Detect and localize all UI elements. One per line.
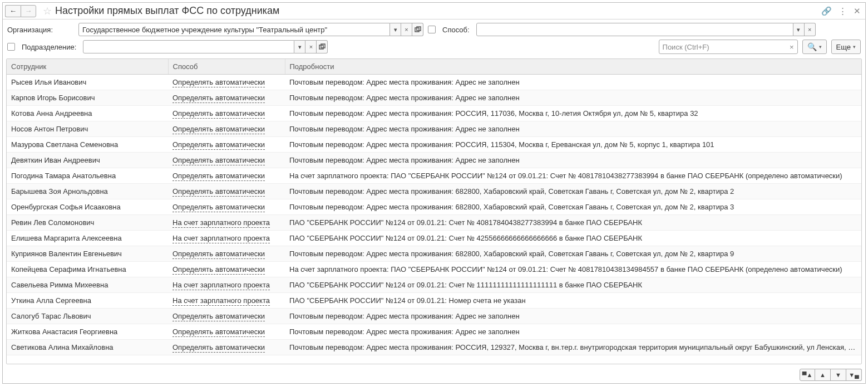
cell-method[interactable]: Определять автоматически xyxy=(168,309,285,324)
cell-method[interactable]: Определять автоматически xyxy=(168,121,285,137)
method-link[interactable]: На счет зарплатного проекта xyxy=(172,234,270,243)
table-row[interactable]: Носов Антон ПетровичОпределять автоматич… xyxy=(7,121,861,137)
go-up-button[interactable]: ▲ xyxy=(815,369,831,381)
dept-input[interactable] xyxy=(83,40,294,53)
cell-employee: Ревин Лев Соломонович xyxy=(7,215,168,231)
cell-method[interactable]: Определять автоматически xyxy=(168,262,285,277)
search-input[interactable]: Поиск (Ctrl+F) × xyxy=(659,40,798,54)
method-clear-button[interactable]: × xyxy=(805,23,816,36)
method-link[interactable]: На счет зарплатного проекта xyxy=(172,281,270,290)
dept-checkbox[interactable] xyxy=(7,43,15,51)
search-clear-icon[interactable]: × xyxy=(790,43,794,51)
more-button[interactable]: Еще ▾ xyxy=(831,40,861,54)
cell-details: Почтовым переводом: Адрес места проживан… xyxy=(285,246,861,262)
cell-method[interactable]: Определять автоматически xyxy=(168,75,285,90)
method-link[interactable]: Определять автоматически xyxy=(172,172,265,181)
go-down-button[interactable]: ▼ xyxy=(831,369,846,381)
cell-employee: Куприянов Валентин Евгеньевич xyxy=(7,246,168,262)
close-icon[interactable]: ✕ xyxy=(854,6,861,16)
go-first-button[interactable]: ▀▲ xyxy=(800,369,815,381)
table-row[interactable]: Рысев Илья ИвановичОпределять автоматиче… xyxy=(7,75,861,90)
kebab-menu-icon[interactable]: ⋮ xyxy=(839,6,847,16)
cell-method[interactable]: Определять автоматически xyxy=(168,199,285,215)
table-row[interactable]: Мазурова Светлана СеменовнаОпределять ав… xyxy=(7,137,861,153)
method-link[interactable]: Определять автоматически xyxy=(172,250,265,259)
cell-method[interactable]: Определять автоматически xyxy=(168,340,285,355)
dept-open-button[interactable] xyxy=(317,40,328,53)
table-row[interactable]: Девяткин Иван АндреевичОпределять автома… xyxy=(7,153,861,168)
method-field-group: ▾ × xyxy=(476,23,816,36)
method-link[interactable]: Определять автоматически xyxy=(172,156,265,165)
method-input[interactable] xyxy=(476,23,793,36)
table-row[interactable]: Оренбургская Софья ИсааковнаОпределять а… xyxy=(7,199,861,215)
table-row[interactable]: Погодина Тамара АнатольевнаОпределять ав… xyxy=(7,168,861,184)
method-link[interactable]: На счет зарплатного проекта xyxy=(172,296,270,306)
forward-button[interactable]: → xyxy=(21,5,36,17)
table-row[interactable]: Савельева Римма МихеевнаНа счет зарплатн… xyxy=(7,277,861,293)
favorite-star-icon[interactable]: ☆ xyxy=(43,5,52,17)
method-dropdown-button[interactable]: ▾ xyxy=(793,23,805,36)
method-link[interactable]: Определять автоматически xyxy=(172,187,265,197)
table-row[interactable]: Куприянов Валентин ЕвгеньевичОпределять … xyxy=(7,246,861,262)
cell-details: ПАО "СБЕРБАНК РОССИИ" №124 от 09.01.21: … xyxy=(285,215,861,231)
table-row[interactable]: Котова Анна АндреевнаОпределять автомати… xyxy=(7,106,861,121)
method-link[interactable]: Определять автоматически xyxy=(172,94,265,103)
cell-details: Почтовым переводом: Адрес места проживан… xyxy=(285,153,861,168)
method-link[interactable]: Определять автоматически xyxy=(172,312,265,321)
table-row[interactable]: Копейцева Серафима ИгнатьевнаОпределять … xyxy=(7,262,861,277)
cell-method[interactable]: Определять автоматически xyxy=(168,324,285,340)
dept-clear-button[interactable]: × xyxy=(305,40,317,53)
method-link[interactable]: Определять автоматически xyxy=(172,343,265,353)
link-icon[interactable]: 🔗 xyxy=(821,6,832,16)
org-open-button[interactable] xyxy=(412,23,423,36)
cell-method[interactable]: Определять автоматически xyxy=(168,106,285,121)
table-row[interactable]: Карпов Игорь БорисовичОпределять автомат… xyxy=(7,90,861,106)
method-link[interactable]: Определять автоматически xyxy=(172,125,265,134)
dept-dropdown-button[interactable]: ▾ xyxy=(294,40,305,53)
org-input[interactable]: Государственное бюджетное учреждение кул… xyxy=(78,23,390,36)
cell-method[interactable]: Определять автоматически xyxy=(168,137,285,153)
method-checkbox[interactable] xyxy=(428,26,436,33)
col-details[interactable]: Подробности xyxy=(285,59,861,75)
cell-employee: Барышева Зоя Арнольдовна xyxy=(7,184,168,199)
table-row[interactable]: Барышева Зоя АрнольдовнаОпределять автом… xyxy=(7,184,861,199)
method-link[interactable]: Определять автоматически xyxy=(172,140,265,150)
cell-method[interactable]: Определять автоматически xyxy=(168,184,285,199)
method-link[interactable]: Определять автоматически xyxy=(172,328,265,337)
cell-method[interactable]: На счет зарплатного проекта xyxy=(168,231,285,246)
table-nav-footer: ▀▲ ▲ ▼ ▼▄ xyxy=(3,367,865,383)
table-row[interactable]: Салогуб Тарас ЛьвовичОпределять автомати… xyxy=(7,309,861,324)
table-row[interactable]: Елишева Маргарита АлексеевнаНа счет зарп… xyxy=(7,231,861,246)
nav-buttons: ← → xyxy=(5,5,36,17)
table-row[interactable]: Уткина Алла СергеевнаНа счет зарплатного… xyxy=(7,293,861,309)
cell-details: Почтовым переводом: Адрес места проживан… xyxy=(285,340,861,355)
table-row[interactable]: Ревин Лев СоломоновичНа счет зарплатного… xyxy=(7,215,861,231)
cell-details: Почтовым переводом: Адрес места проживан… xyxy=(285,309,861,324)
cell-employee: Рысев Илья Иванович xyxy=(7,75,168,90)
method-link[interactable]: Определять автоматически xyxy=(172,109,265,119)
org-clear-button[interactable]: × xyxy=(401,23,412,36)
method-link[interactable]: Определять автоматически xyxy=(172,203,265,212)
cell-method[interactable]: На счет зарплатного проекта xyxy=(168,277,285,293)
cell-employee: Уткина Алла Сергеевна xyxy=(7,293,168,309)
method-link[interactable]: На счет зарплатного проекта xyxy=(172,218,270,228)
cell-employee: Оренбургская Софья Исааковна xyxy=(7,199,168,215)
cell-method[interactable]: На счет зарплатного проекта xyxy=(168,293,285,309)
dept-label: Подразделение: xyxy=(22,43,76,51)
go-last-button[interactable]: ▼▄ xyxy=(846,369,862,381)
table-row[interactable]: Светикова Алина МихайловнаОпределять авт… xyxy=(7,340,861,355)
col-employee[interactable]: Сотрудник xyxy=(7,59,168,75)
table-row[interactable]: Житкова Анастасия ГеоргиевнаОпределять а… xyxy=(7,324,861,340)
search-button[interactable]: 🔍 ▾ xyxy=(802,40,827,54)
method-link[interactable]: Определять автоматически xyxy=(172,265,265,275)
cell-method[interactable]: Определять автоматически xyxy=(168,168,285,184)
cell-method[interactable]: На счет зарплатного проекта xyxy=(168,215,285,231)
back-button[interactable]: ← xyxy=(5,5,21,17)
cell-method[interactable]: Определять автоматически xyxy=(168,90,285,106)
cell-method[interactable]: Определять автоматически xyxy=(168,153,285,168)
method-link[interactable]: Определять автоматически xyxy=(172,78,265,87)
col-method[interactable]: Способ xyxy=(168,59,285,75)
cell-method[interactable]: Определять автоматически xyxy=(168,246,285,262)
org-dropdown-button[interactable]: ▾ xyxy=(390,23,401,36)
cell-employee: Савельева Римма Михеевна xyxy=(7,277,168,293)
